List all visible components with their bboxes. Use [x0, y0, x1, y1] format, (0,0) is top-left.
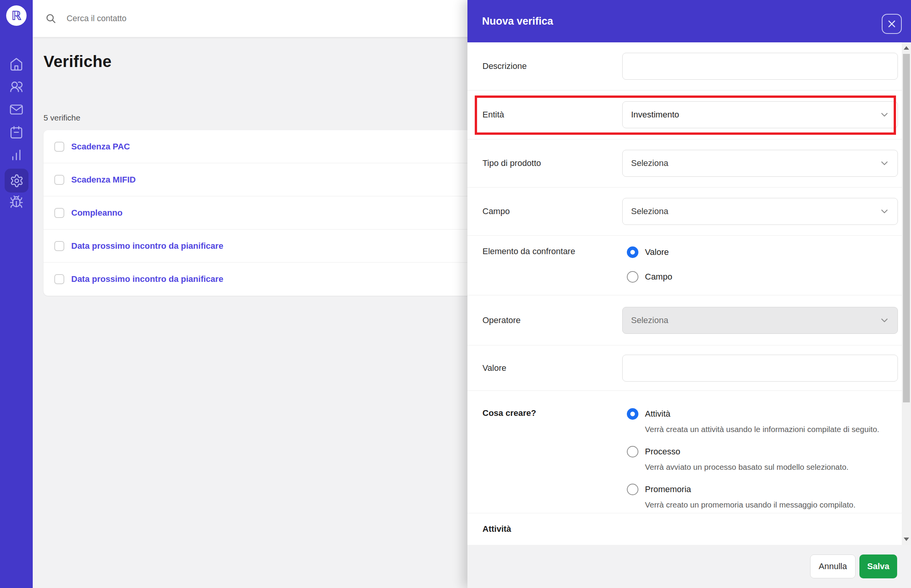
sidebar-item-settings[interactable] — [5, 169, 28, 193]
entita-select[interactable]: Investimento — [622, 101, 898, 128]
field-label: Descrizione — [482, 61, 622, 71]
radio-option-campo: Campo — [622, 271, 898, 283]
radio-description: Verrà avviato un processo basato sul mod… — [645, 462, 898, 472]
chevron-down-icon — [879, 206, 890, 217]
drawer-header: Nuova verifica — [467, 0, 911, 42]
radio-option-attivita: Attività — [622, 408, 898, 420]
search-icon — [45, 13, 57, 24]
radio-option-promemoria: Promemoria — [622, 484, 898, 495]
drawer-title: Nuova verifica — [482, 15, 553, 27]
radio-label[interactable]: Promemoria — [645, 484, 691, 494]
radio-label[interactable]: Processo — [645, 447, 680, 457]
table-row: Data prossimo incontro da pianificare — [44, 230, 475, 263]
field-label: Campo — [482, 206, 622, 216]
verifica-link[interactable]: Scadenza PAC — [71, 142, 130, 152]
field-row-elemento: Elemento da confrontare Valore Campo — [467, 236, 902, 295]
save-button[interactable]: Salva — [859, 554, 897, 578]
radio-promemoria[interactable] — [627, 484, 638, 495]
users-icon — [9, 80, 23, 94]
chevron-down-icon — [879, 315, 890, 326]
tipo-prodotto-select-value: Seleziona — [631, 158, 668, 168]
app-logo[interactable]: ℝ — [6, 5, 27, 26]
row-checkbox[interactable] — [54, 274, 64, 284]
verifica-link[interactable]: Compleanno — [71, 208, 122, 218]
radio-attivita[interactable] — [627, 408, 638, 420]
field-label: Cosa creare? — [482, 408, 622, 418]
field-row-tipo-prodotto: Tipo di prodotto Seleziona — [467, 139, 902, 188]
scrollbar-thumb[interactable] — [903, 54, 910, 402]
scrollbar-down-arrow-icon[interactable] — [904, 538, 909, 541]
field-row-valore: Valore — [467, 345, 902, 391]
field-row-operatore: Operatore Seleziona — [467, 295, 902, 345]
valore-input[interactable] — [622, 355, 898, 382]
radio-label[interactable]: Valore — [645, 247, 669, 257]
radio-campo[interactable] — [627, 271, 638, 283]
tipo-prodotto-select[interactable]: Seleziona — [622, 150, 898, 177]
chevron-down-icon — [879, 158, 890, 169]
section-title: Attività — [482, 524, 622, 534]
search-input[interactable] — [66, 13, 297, 24]
drawer-body: Descrizione Entità Investimento Tipo di … — [467, 42, 902, 545]
sidebar-item-reports[interactable] — [0, 147, 33, 162]
scrollbar-track[interactable] — [902, 42, 911, 545]
field-label: Elemento da confrontare — [482, 246, 622, 256]
campo-select[interactable]: Seleziona — [622, 198, 898, 225]
radio-description: Verrà creata un attività usando le infor… — [645, 425, 898, 434]
radio-option-processo: Processo — [622, 446, 898, 457]
sidebar-item-mail[interactable] — [0, 102, 33, 117]
table-row: Scadenza PAC — [44, 130, 475, 163]
row-checkbox[interactable] — [54, 175, 64, 185]
descrizione-input[interactable] — [622, 53, 898, 80]
scrollbar-up-arrow-icon[interactable] — [904, 46, 909, 50]
section-row-attivita: Attività — [467, 513, 902, 545]
chevron-down-icon — [879, 109, 890, 120]
sidebar-item-contacts[interactable] — [0, 79, 33, 94]
field-row-cosa-creare: Cosa creare? Attività Verrà creata un at… — [467, 391, 902, 513]
radio-label[interactable]: Attività — [645, 409, 670, 419]
field-row-entita: Entità Investimento — [467, 90, 902, 139]
verifica-link[interactable]: Data prossimo incontro da pianificare — [71, 241, 223, 251]
drawer-footer: Annulla Salva — [467, 545, 911, 588]
verifiche-list: Scadenza PAC Scadenza MIFID Compleanno D… — [44, 130, 475, 296]
field-label: Valore — [482, 363, 622, 373]
radio-description: Verrà creato un promemoria usando il mes… — [645, 500, 898, 509]
sidebar-item-home[interactable] — [0, 56, 33, 72]
field-label: Tipo di prodotto — [482, 158, 622, 168]
cancel-button[interactable]: Annulla — [810, 554, 856, 578]
row-checkbox[interactable] — [54, 142, 64, 152]
bug-icon — [9, 195, 23, 209]
row-checkbox[interactable] — [54, 241, 64, 251]
campo-select-value: Seleziona — [631, 206, 668, 216]
radio-option-valore: Valore — [622, 246, 898, 258]
verifica-link[interactable]: Scadenza MIFID — [71, 175, 136, 185]
sidebar-item-calendar[interactable] — [0, 124, 33, 140]
app-logo-glyph: ℝ — [11, 8, 21, 23]
calendar-icon — [9, 125, 23, 139]
gear-icon — [10, 174, 24, 188]
radio-label[interactable]: Campo — [645, 272, 672, 282]
operatore-select-value: Seleziona — [631, 315, 668, 325]
table-row: Compleanno — [44, 196, 475, 230]
verifica-link[interactable]: Data prossimo incontro da pianificare — [71, 274, 223, 284]
field-row-campo: Campo Seleziona — [467, 188, 902, 236]
table-row: Data prossimo incontro da pianificare — [44, 263, 475, 296]
field-label: Operatore — [482, 315, 622, 325]
close-button[interactable] — [882, 14, 902, 34]
sidebar: ℝ — [0, 0, 33, 588]
sidebar-item-debug[interactable] — [0, 194, 33, 209]
row-checkbox[interactable] — [54, 208, 64, 218]
field-label: Entità — [482, 110, 622, 120]
table-row: Scadenza MIFID — [44, 163, 475, 196]
radio-processo[interactable] — [627, 446, 638, 457]
home-icon — [9, 57, 23, 71]
entita-select-value: Investimento — [631, 110, 679, 120]
close-icon — [886, 18, 898, 30]
bar-chart-icon — [9, 148, 23, 162]
mail-icon — [9, 102, 23, 117]
new-verification-drawer: Nuova verifica Descrizione Entità Invest… — [467, 0, 911, 588]
radio-valore[interactable] — [627, 246, 638, 258]
field-row-descrizione: Descrizione — [467, 42, 902, 90]
operatore-select[interactable]: Seleziona — [622, 307, 898, 334]
